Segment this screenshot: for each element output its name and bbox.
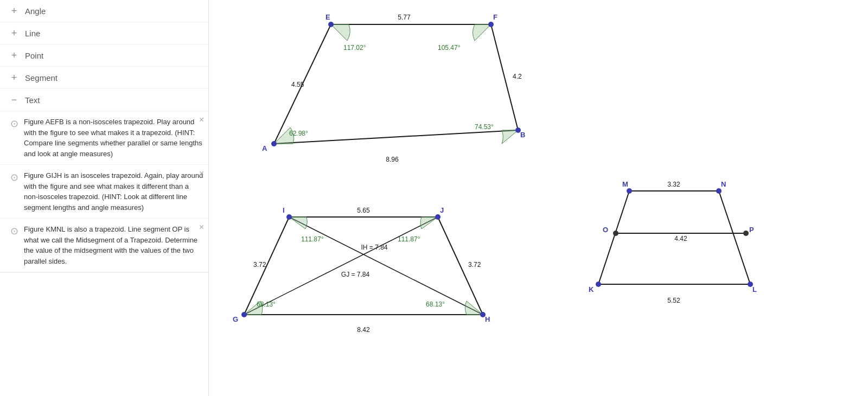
vertex-n[interactable] [716,188,722,194]
label-g: G [233,315,238,323]
label-e: E [326,13,330,21]
plus-icon: + [9,5,20,16]
close-btn-3[interactable]: × [199,223,204,232]
label-i: I [283,206,285,214]
label-p: P [749,226,754,234]
sidebar-label-angle: Angle [25,7,46,16]
diag-gj [244,217,438,315]
side-nl [719,191,750,284]
vertex-j[interactable] [435,214,441,220]
trapezoid-kmnl: M N O P K L 3.32 4.42 5.52 [589,180,757,304]
move-handle-1[interactable]: ⊙ [7,118,22,130]
text-section: − Text ⊙ Figure AEFB is a non-isosceles … [0,89,208,273]
vertex-m[interactable] [627,188,632,194]
minus-icon-text: − [9,94,20,105]
label-f: F [493,13,497,21]
side-label-fb: 4.2 [513,73,522,80]
angle-label-a: 62.98° [289,130,308,137]
text-item-2: ⊙ Figure GIJH is an isosceles trapezoid.… [0,165,208,219]
vertex-i[interactable] [286,214,292,220]
trapezoid-gijh: I J G H 5.65 3.72 3.72 8.42 111.87° 111.… [233,206,490,334]
close-btn-2[interactable]: × [199,169,204,178]
side-ab [274,130,518,144]
text-item-1: ⊙ Figure AEFB is a non-isosceles trapezo… [0,111,208,165]
main-svg: E F A B 5.77 4.55 4.2 8.96 117.02° 105.4… [209,0,868,396]
vertex-a[interactable] [271,141,277,146]
plus-icon-segment: + [9,72,20,83]
vertex-f[interactable] [488,22,494,27]
angle-label-b: 74.53° [475,123,494,131]
label-k: K [589,285,594,293]
angle-arc-f [473,24,491,41]
side-label-ij: 5.65 [357,207,370,214]
text-content-1: Figure AEFB is a non-isosceles trapezoid… [24,117,204,159]
diag-label-gj: GJ = 7.84 [341,271,370,278]
text-content-3: Figure KMNL is also a trapezoid. Line se… [24,224,204,266]
text-content-2: Figure GIJH is an isosceles trapezoid. A… [24,170,204,213]
sidebar-item-text[interactable]: − Text [0,89,208,111]
side-label-ab: 8.96 [386,156,399,163]
angle-arc-e [331,24,350,41]
label-m: M [622,180,628,188]
label-o: O [603,226,608,234]
canvas-area: E F A B 5.77 4.55 4.2 8.96 117.02° 105.4… [209,0,868,396]
plus-icon-line: + [9,28,20,39]
vertex-k[interactable] [596,282,601,287]
sidebar-label-text: Text [25,95,40,105]
sidebar-item-angle[interactable]: + Angle [0,0,208,22]
close-btn-1[interactable]: × [199,116,204,124]
angle-label-i: 111.87° [301,235,324,243]
midseg-label-op: 4.42 [674,235,687,242]
sidebar: + Angle + Line + Point + Segment − Text … [0,0,209,396]
text-items-list: ⊙ Figure AEFB is a non-isosceles trapezo… [0,111,208,272]
move-handle-3[interactable]: ⊙ [7,225,22,237]
angle-label-j: 111.87° [398,235,420,243]
angle-label-e: 117.02° [343,44,366,52]
side-label-ea: 4.55 [291,81,304,88]
side-label-ig: 3.72 [253,261,266,269]
vertex-e[interactable] [328,22,334,27]
vertex-g[interactable] [241,312,247,317]
sidebar-label-line: Line [25,29,40,38]
angle-arc-j [420,217,438,229]
label-j: J [440,206,444,214]
side-label-ef: 5.77 [398,14,411,21]
text-item-3: ⊙ Figure KMNL is also a trapezoid. Line … [0,219,208,272]
angle-arc-i [289,217,307,229]
sidebar-label-segment: Segment [25,73,58,82]
side-label-mn: 3.32 [667,181,680,188]
side-mk [598,191,629,284]
angle-label-h: 68.13° [426,301,445,308]
angle-label-g: 68.13° [257,301,276,308]
sidebar-label-point: Point [25,51,43,60]
trapezoid-aefb: E F A B 5.77 4.55 4.2 8.96 117.02° 105.4… [262,13,525,163]
label-l: L [752,285,757,293]
sidebar-item-segment[interactable]: + Segment [0,67,208,89]
diag-label-ih: IH = 7.84 [361,244,387,251]
label-b: B [520,131,525,139]
side-label-jh: 3.72 [468,261,481,269]
vertex-p[interactable] [743,231,749,236]
label-a: A [262,144,267,152]
sidebar-item-point[interactable]: + Point [0,44,208,67]
move-handle-2[interactable]: ⊙ [7,171,22,183]
vertex-o[interactable] [613,231,618,236]
label-n: N [721,180,726,188]
plus-icon-point: + [9,50,20,61]
diag-ih [289,217,483,315]
label-h: H [485,315,490,323]
angle-label-f: 105.47° [438,44,461,52]
side-label-kl: 5.52 [667,297,680,304]
sidebar-item-line[interactable]: + Line [0,22,208,44]
side-label-gh: 8.42 [357,326,370,334]
angle-arc-b [502,130,518,144]
side-ig [244,217,289,315]
